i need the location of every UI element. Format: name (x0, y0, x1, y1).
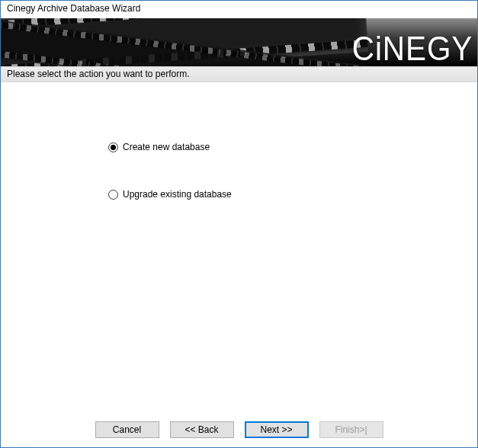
radio-option-upgrade[interactable]: Upgrade existing database (108, 189, 232, 200)
title-bar: Cinegy Archive Database Wizard (1, 1, 477, 18)
banner: CiNEGY (1, 18, 477, 66)
finish-button: Finish>| (319, 421, 383, 438)
action-radio-group: Create new database Upgrade existing dat… (108, 142, 232, 236)
instruction-text: Please select the action you want to per… (7, 69, 189, 79)
content-area: Create new database Upgrade existing dat… (1, 82, 477, 417)
window-title: Cinegy Archive Database Wizard (7, 3, 140, 14)
radio-button-upgrade[interactable] (108, 190, 118, 200)
cancel-button[interactable]: Cancel (95, 421, 159, 438)
footer-button-bar: Cancel << Back Next >> Finish>| (1, 417, 477, 447)
wizard-window: Cinegy Archive Database Wizard CiNEGY Pl… (0, 0, 478, 448)
back-button[interactable]: << Back (170, 421, 234, 438)
radio-option-create[interactable]: Create new database (108, 142, 232, 152)
instruction-bar: Please select the action you want to per… (1, 66, 477, 82)
next-button[interactable]: Next >> (245, 421, 309, 438)
radio-button-create[interactable] (108, 142, 118, 152)
radio-label-create: Create new database (123, 142, 210, 152)
brand-logo: CiNEGY (352, 30, 473, 66)
radio-label-upgrade: Upgrade existing database (123, 189, 232, 200)
